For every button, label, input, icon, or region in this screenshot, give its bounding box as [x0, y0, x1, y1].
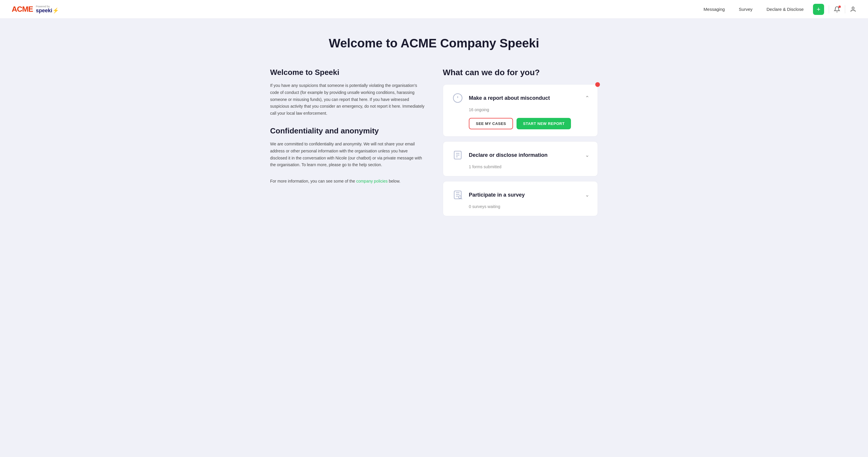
main-nav: Messaging Survey Declare & Disclose [704, 7, 804, 12]
declare-icon [451, 149, 464, 162]
svg-point-0 [852, 7, 854, 9]
card-survey-chevron[interactable]: ⌄ [585, 192, 589, 198]
add-button[interactable]: + [813, 4, 824, 15]
card-misconduct-chevron[interactable]: ⌃ [585, 95, 589, 101]
main-content: Welcome to ACME Company Speeki Welcome t… [258, 19, 610, 233]
svg-rect-6 [454, 191, 461, 199]
svg-line-11 [461, 198, 462, 199]
acme-logo: ACME [12, 5, 33, 14]
policies-intro: For more information, you can see some o… [270, 179, 356, 184]
header-actions: + [813, 4, 856, 15]
card-survey: Participate in a survey ⌄ 0 surveys wait… [443, 181, 598, 216]
left-column: Welcome to Speeki If you have any suspic… [270, 68, 425, 194]
card-declare-chevron[interactable]: ⌄ [585, 152, 589, 158]
card-misconduct-title: Make a report about misconduct [469, 95, 550, 101]
confidentiality-title: Confidentiality and anonymity [270, 126, 425, 135]
policies-suffix: below. [389, 179, 400, 184]
see-my-cases-button[interactable]: SEE MY CASES [469, 118, 513, 129]
nav-divider-2 [845, 5, 845, 13]
card-survey-status: 0 surveys waiting [469, 204, 589, 209]
nav-declare-disclose[interactable]: Declare & Disclose [767, 7, 804, 12]
card-misconduct-header: Make a report about misconduct ⌃ [451, 92, 589, 104]
card-misconduct-status: 16 ongoing [469, 107, 589, 112]
header: ACME Powered by speeki⚡ Messaging Survey… [0, 0, 868, 19]
notification-button[interactable] [834, 6, 840, 12]
logo-area: ACME Powered by speeki⚡ [12, 5, 59, 14]
survey-icon [451, 188, 464, 201]
content-grid: Welcome to Speeki If you have any suspic… [270, 68, 598, 221]
misconduct-icon [451, 92, 464, 104]
what-title: What can we do for you? [443, 68, 598, 77]
notification-badge [595, 82, 600, 87]
powered-by-area: Powered by speeki⚡ [36, 5, 59, 13]
card-survey-header-left: Participate in a survey [451, 188, 525, 201]
card-declare-header-left: Declare or disclose information [451, 149, 548, 162]
speeki-logo: speeki⚡ [36, 8, 59, 13]
card-misconduct: Make a report about misconduct ⌃ 16 ongo… [443, 84, 598, 137]
card-declare: Declare or disclose information ⌄ 1 form… [443, 141, 598, 176]
card-survey-title: Participate in a survey [469, 192, 525, 198]
card-header-left: Make a report about misconduct [451, 92, 550, 104]
user-profile-button[interactable] [850, 6, 856, 12]
welcome-body: If you have any suspicions that someone … [270, 82, 425, 117]
page-title: Welcome to ACME Company Speeki [270, 36, 598, 50]
right-column: What can we do for you? Make a report ab… [443, 68, 598, 221]
card-declare-status: 1 forms submitted [469, 164, 589, 169]
policies-link[interactable]: company policies [356, 179, 388, 184]
card-misconduct-actions: SEE MY CASES START NEW REPORT [469, 118, 589, 129]
svg-point-10 [459, 196, 461, 198]
nav-messaging[interactable]: Messaging [704, 7, 725, 12]
card-declare-header: Declare or disclose information ⌄ [451, 149, 589, 162]
start-new-report-button[interactable]: START NEW REPORT [517, 118, 571, 129]
card-declare-title: Declare or disclose information [469, 152, 548, 158]
policies-text: For more information, you can see some o… [270, 178, 425, 185]
notification-dot [838, 6, 841, 8]
confidentiality-body: We are committed to confidentiality and … [270, 141, 425, 168]
nav-survey[interactable]: Survey [739, 7, 753, 12]
card-survey-header: Participate in a survey ⌄ [451, 188, 589, 201]
welcome-title: Welcome to Speeki [270, 68, 425, 77]
